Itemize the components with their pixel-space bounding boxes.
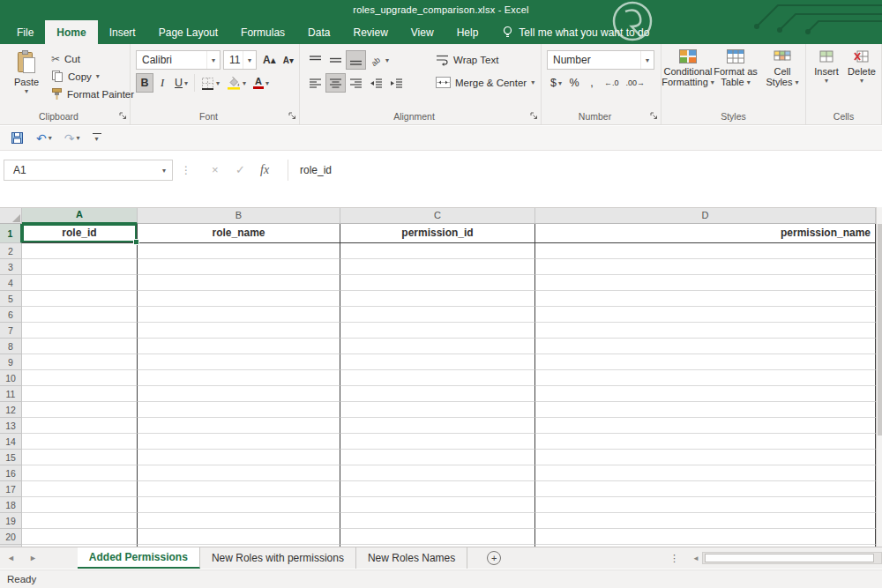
sheet-nav-right[interactable]: ►: [22, 547, 44, 569]
cell-A5[interactable]: [22, 291, 138, 307]
cell-B8[interactable]: [138, 339, 340, 354]
cell-B18[interactable]: [138, 497, 340, 513]
cell-B12[interactable]: [138, 402, 340, 418]
row-header-10[interactable]: 10: [0, 370, 22, 386]
row-header-18[interactable]: 18: [0, 497, 22, 513]
column-header-B[interactable]: B: [138, 208, 340, 224]
cell-D14[interactable]: [535, 434, 876, 450]
cut-button[interactable]: ✂ Cut: [48, 50, 138, 67]
row-header-12[interactable]: 12: [0, 402, 22, 418]
row-header-6[interactable]: 6: [0, 307, 22, 323]
cell-B10[interactable]: [138, 370, 340, 386]
cell-D12[interactable]: [535, 402, 876, 418]
row-header-9[interactable]: 9: [0, 354, 22, 370]
clipboard-dialog-launcher[interactable]: [119, 112, 127, 120]
row-header-8[interactable]: 8: [0, 339, 22, 354]
cell-B17[interactable]: [138, 481, 340, 497]
sheet-tab-added-permissions[interactable]: Added Permissions: [78, 547, 200, 569]
grow-font-button[interactable]: A▴: [259, 50, 280, 70]
tab-file[interactable]: File: [5, 20, 45, 44]
cell-C19[interactable]: [340, 513, 535, 529]
cell-B13[interactable]: [138, 418, 340, 434]
cell-A11[interactable]: [22, 386, 138, 402]
insert-cells-button[interactable]: Insert ▾: [810, 49, 843, 85]
cell-C5[interactable]: [340, 291, 535, 307]
cell-B5[interactable]: [138, 291, 340, 307]
font-name-select[interactable]: Calibri ▾: [136, 50, 220, 70]
cell-C7[interactable]: [340, 323, 535, 339]
vertical-scrollbar-thumb[interactable]: [878, 224, 882, 435]
cell-B19[interactable]: [138, 513, 340, 529]
row-header-17[interactable]: 17: [0, 481, 22, 497]
cell-B9[interactable]: [138, 354, 340, 370]
cell-styles-button[interactable]: Cell Styles▾: [760, 49, 804, 87]
cell-C16[interactable]: [340, 465, 535, 481]
customize-qat-button[interactable]: ▾: [87, 131, 107, 145]
cell-C9[interactable]: [340, 354, 535, 370]
cell-D20[interactable]: [535, 529, 876, 545]
format-painter-button[interactable]: Format Painter: [48, 86, 138, 102]
undo-button[interactable]: ↶ ▾: [31, 130, 57, 146]
cell-C8[interactable]: [340, 339, 535, 354]
cell-D1[interactable]: permission_name: [535, 224, 876, 243]
sheet-nav-left[interactable]: ◄: [0, 547, 22, 569]
row-header-20[interactable]: 20: [0, 529, 22, 545]
save-button[interactable]: [5, 130, 29, 146]
vertical-scrollbar[interactable]: [876, 207, 882, 547]
cell-C13[interactable]: [340, 418, 535, 434]
row-header-11[interactable]: 11: [0, 386, 22, 402]
hscroll-track[interactable]: [702, 552, 882, 564]
cell-D4[interactable]: [535, 275, 876, 291]
align-middle-button[interactable]: [325, 50, 346, 70]
cell-D10[interactable]: [535, 370, 876, 386]
cell-A3[interactable]: [22, 259, 138, 275]
cell-C15[interactable]: [340, 450, 535, 465]
cell-D8[interactable]: [535, 339, 876, 354]
sheet-tab-new-roles-names[interactable]: New Roles Names: [356, 547, 467, 569]
row-header-19[interactable]: 19: [0, 513, 22, 529]
sheet-tab-new-roles-with-permissions[interactable]: New Roles with permissions: [200, 547, 356, 569]
horizontal-scrollbar-thumb[interactable]: [705, 554, 874, 562]
orientation-button[interactable]: ab▾: [366, 50, 392, 70]
cell-D9[interactable]: [535, 354, 876, 370]
decrease-decimal-button[interactable]: .00→: [622, 73, 648, 93]
cell-D7[interactable]: [535, 323, 876, 339]
cell-B16[interactable]: [138, 465, 340, 481]
align-left-button[interactable]: [305, 73, 325, 93]
format-as-table-button[interactable]: Format as Table▾: [713, 49, 759, 87]
cell-C10[interactable]: [340, 370, 535, 386]
tab-review[interactable]: Review: [341, 20, 399, 44]
cell-D17[interactable]: [535, 481, 876, 497]
cell-C20[interactable]: [340, 529, 535, 545]
cell-A9[interactable]: [22, 354, 138, 370]
cell-A10[interactable]: [22, 370, 138, 386]
cell-D19[interactable]: [535, 513, 876, 529]
cell-A6[interactable]: [22, 307, 138, 323]
alignment-dialog-launcher[interactable]: [530, 112, 538, 120]
cell-D13[interactable]: [535, 418, 876, 434]
align-bottom-button[interactable]: [346, 50, 366, 70]
cell-B2[interactable]: [138, 243, 340, 259]
cell-B14[interactable]: [138, 434, 340, 450]
tab-help[interactable]: Help: [445, 20, 490, 44]
fill-color-button[interactable]: ▾: [223, 73, 250, 93]
horizontal-scrollbar[interactable]: ◄: [690, 550, 882, 566]
number-dialog-launcher[interactable]: [650, 112, 658, 120]
percent-style-button[interactable]: %: [565, 73, 583, 93]
accounting-format-button[interactable]: $▾: [547, 73, 565, 93]
cell-A4[interactable]: [22, 275, 138, 291]
cell-C12[interactable]: [340, 402, 535, 418]
row-header-5[interactable]: 5: [0, 291, 22, 307]
cell-D6[interactable]: [535, 307, 876, 323]
name-box[interactable]: A1 ▾: [4, 160, 173, 181]
insert-function-button[interactable]: fx: [260, 163, 269, 177]
cell-D15[interactable]: [535, 450, 876, 465]
cell-A17[interactable]: [22, 481, 138, 497]
cell-C2[interactable]: [340, 243, 535, 259]
new-sheet-button[interactable]: +: [487, 551, 501, 565]
merge-center-button[interactable]: Merge & Center ▾: [432, 74, 538, 91]
row-header-16[interactable]: 16: [0, 465, 22, 481]
row-header-4[interactable]: 4: [0, 275, 22, 291]
cell-A14[interactable]: [22, 434, 138, 450]
cell-B11[interactable]: [138, 386, 340, 402]
